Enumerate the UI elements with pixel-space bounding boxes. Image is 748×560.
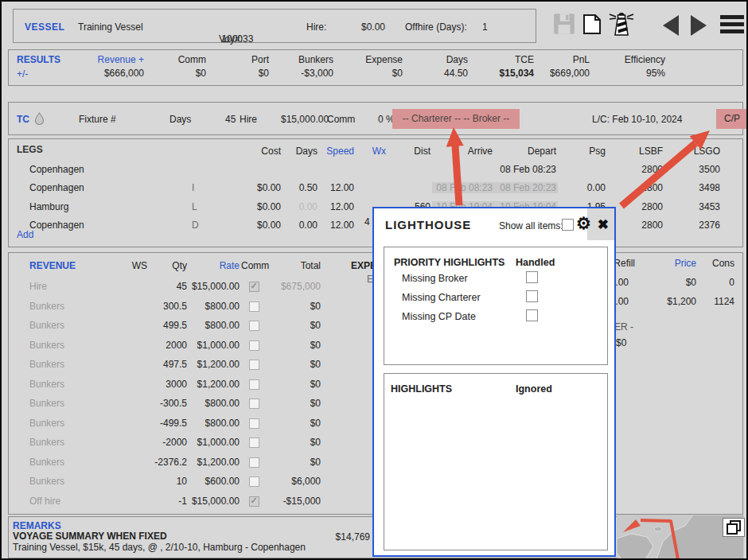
- revenue-rate: $1,200.00: [189, 457, 241, 468]
- charterer-broker-field[interactable]: -- Charterer -- -- Broker --: [392, 109, 520, 129]
- popout-icon[interactable]: [723, 518, 745, 537]
- comm-checkbox[interactable]: [249, 457, 259, 468]
- revenue-total: $0: [268, 418, 322, 429]
- revenue-qty: 2000: [149, 340, 189, 351]
- revenue-row[interactable]: Bunkers497.5$1,200.00$0: [9, 355, 343, 374]
- revenue-row[interactable]: Bunkers3000$1,200.00$0: [9, 375, 343, 394]
- leg-lsgo: 3498: [664, 182, 722, 193]
- comm-checkbox[interactable]: [249, 496, 259, 507]
- revenue-row[interactable]: Off hire-1$15,000.00-$15,000: [9, 492, 343, 511]
- revenue-row[interactable]: Bunkers2000$1,000.00$0: [9, 336, 343, 355]
- revenue-row[interactable]: Bunkers-300.5$800.00$0: [9, 394, 343, 413]
- revenue-row[interactable]: Hire45$15,000.00$675,000: [9, 277, 343, 296]
- revenue-row[interactable]: Bunkers-2376.2$1,200.00$0: [9, 453, 343, 472]
- priority-highlights-title: PRIORITY HIGHLIGHTS: [394, 257, 505, 268]
- priority-item-missing-broker: Missing Broker: [402, 273, 468, 284]
- offhire-value: 1: [482, 21, 488, 33]
- revenue-total: $0: [268, 340, 322, 351]
- tc-days-value[interactable]: 45: [225, 114, 236, 125]
- save-icon[interactable]: [552, 12, 578, 37]
- revenue-comm-cell: [241, 456, 268, 467]
- menu-icon[interactable]: [720, 15, 744, 34]
- leg-lsgo: 2376: [664, 220, 722, 231]
- gear-icon[interactable]: ⚙: [576, 214, 591, 233]
- revenue-rate: $1,000.00: [189, 437, 241, 448]
- comm-checkbox[interactable]: [249, 418, 259, 429]
- legs-col-speed[interactable]: Speed: [319, 146, 356, 157]
- offhire-label: Offhire (Days):: [405, 21, 467, 33]
- prev-voyage-button[interactable]: [663, 2, 684, 49]
- show-all-items-checkbox[interactable]: [562, 219, 574, 231]
- vessel-name[interactable]: Training Vessel: [78, 21, 143, 33]
- tc-hire-value[interactable]: $15,000.00: [281, 114, 329, 125]
- missing-cp-date-checkbox[interactable]: [526, 309, 538, 321]
- dialog-title: LIGHTHOUSE: [385, 218, 471, 231]
- comm-checkbox[interactable]: [249, 399, 259, 409]
- revenue-qty: 3000: [149, 379, 189, 390]
- tc-label[interactable]: TC: [17, 114, 29, 125]
- revenue-qty: -499.5: [149, 418, 189, 429]
- next-voyage-button[interactable]: [691, 2, 711, 49]
- leg-depart: 08 Feb 08:23: [494, 164, 558, 175]
- revenue-row[interactable]: Bunkers-499.5$800.00$0: [9, 414, 343, 433]
- legs-col-cost: Cost: [206, 146, 282, 157]
- results-column-efficiency: Efficiency95%: [578, 50, 665, 79]
- leg-psg: 0.00: [558, 182, 607, 193]
- laycan-field[interactable]: L/C: Feb 10-10, 2024: [592, 114, 682, 125]
- revenue-comm-cell: [241, 281, 268, 292]
- leg-port: Copenhagen: [9, 164, 185, 175]
- revenue-row[interactable]: Bunkers499.5$800.00$0: [9, 316, 343, 335]
- revenue-total: $0: [268, 301, 322, 312]
- revenue-col-qty: Qty: [149, 260, 189, 271]
- revenue-row[interactable]: Bunkers10$600.00$6,000: [9, 472, 343, 491]
- revenue-comm-cell: [241, 359, 268, 370]
- remarks-text[interactable]: Training Vessel, $15k, 45 days, @ , 2/10…: [13, 542, 306, 553]
- add-leg-link[interactable]: Add: [17, 229, 33, 240]
- results-label[interactable]: RESULTS: [17, 54, 60, 65]
- comm-checkbox[interactable]: [249, 476, 259, 487]
- comm-checkbox[interactable]: [249, 321, 259, 331]
- revenue-item-name: Bunkers: [9, 301, 120, 312]
- comm-checkbox[interactable]: [249, 379, 259, 390]
- comm-checkbox[interactable]: [249, 360, 259, 370]
- legs-col-wx[interactable]: Wx: [356, 146, 388, 157]
- missing-charterer-checkbox[interactable]: [526, 290, 538, 302]
- results-column-value: 95%: [578, 68, 665, 79]
- revenue-rate: $800.00: [189, 418, 241, 429]
- new-document-icon[interactable]: [580, 12, 606, 37]
- missing-broker-checkbox[interactable]: [526, 271, 538, 283]
- revenue-label[interactable]: REVENUE: [9, 260, 120, 271]
- revenue-col-rate[interactable]: Rate: [189, 260, 241, 271]
- results-plusminus[interactable]: +/-: [17, 68, 28, 80]
- tc-hire-label: Hire: [240, 114, 257, 125]
- revenue-row[interactable]: Bunkers300.5$800.00$0: [9, 297, 343, 316]
- comm-checkbox[interactable]: [249, 301, 259, 312]
- legs-col-psg: Psg: [558, 146, 607, 157]
- leg-port: Copenhagen: [9, 220, 185, 231]
- lighthouse-icon[interactable]: [608, 9, 633, 34]
- revenue-row[interactable]: Bunkers-2000$1,000.00$0: [9, 433, 343, 452]
- leg-row[interactable]: CopenhagenI$0.000.5012.0008 Feb 08:2308 …: [9, 179, 742, 197]
- remarks-label[interactable]: REMARKS: [13, 520, 61, 531]
- leg-row[interactable]: Copenhagen08 Feb 08:2328003500: [9, 160, 742, 178]
- revenue-qty: 10: [149, 476, 189, 487]
- comm-checkbox[interactable]: [249, 282, 259, 292]
- revenue-total: -$15,000: [268, 496, 322, 507]
- results-column-label: PnL: [502, 54, 590, 65]
- cp-date-field[interactable]: C/P: [716, 109, 748, 129]
- close-icon[interactable]: ✖: [598, 216, 609, 233]
- leg-lsgo: 3500: [664, 164, 722, 175]
- priority-item-missing-cp-date: Missing CP Date: [402, 311, 476, 322]
- legs-col-lsbf: LSBF: [607, 146, 664, 157]
- revenue-total: $6,000: [268, 476, 322, 487]
- leg-lsbf: 2800: [607, 182, 664, 193]
- leg4-dist-fragment: 4: [364, 216, 370, 228]
- comm-checkbox[interactable]: [249, 340, 259, 351]
- vessel-label[interactable]: VESSEL: [25, 21, 64, 33]
- fixture-field[interactable]: Fixture #: [79, 114, 116, 125]
- comm-checkbox[interactable]: [249, 438, 259, 448]
- revenue-qty: -2000: [149, 437, 189, 448]
- revenue-comm-cell: [241, 378, 268, 389]
- revenue-rate: $600.00: [189, 476, 241, 487]
- leg-type: D: [185, 220, 206, 231]
